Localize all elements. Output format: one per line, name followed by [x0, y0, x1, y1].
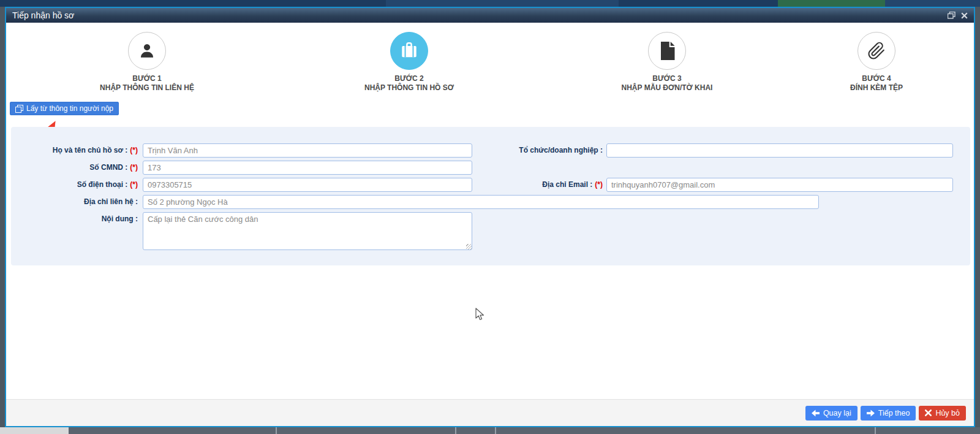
background-segment	[386, 0, 619, 7]
step-4-circle	[858, 32, 895, 70]
close-icon[interactable]	[961, 12, 968, 19]
back-arrow-icon	[812, 409, 820, 417]
step-2-circle	[390, 32, 428, 70]
cancel-button[interactable]: Hủy bỏ	[919, 406, 966, 421]
copy-icon	[15, 105, 23, 113]
dossier-info-form: Họ và tên chủ hồ sơ :(*) Tổ chức/doanh n…	[11, 127, 970, 265]
step-number: BƯỚC 2	[311, 74, 507, 83]
background-divider	[495, 427, 496, 434]
step-label: NHẬP THÔNG TIN HỒ SƠ	[311, 83, 507, 93]
step-3-circle	[648, 32, 686, 70]
receive-dossier-dialog: Tiếp nhận hồ sơ BƯỚC 1 NHẬP THÔNG TIN LI…	[5, 7, 975, 427]
dialog-footer: Quay lại Tiếp theo Hủy bỏ	[6, 399, 974, 426]
email-input[interactable]	[606, 178, 953, 192]
background-divider	[276, 427, 277, 434]
content-label: Nội dung :	[11, 212, 138, 226]
owner-name-label: Họ và tên chủ hồ sơ :(*)	[11, 143, 138, 158]
required-mark: (*)	[130, 163, 138, 172]
copy-from-submitter-button[interactable]: Lấy từ thông tin người nộp	[10, 102, 119, 115]
next-arrow-icon	[867, 409, 875, 417]
background-divider	[875, 427, 876, 434]
background-divider	[455, 427, 456, 434]
dialog-title: Tiếp nhận hồ sơ	[12, 10, 74, 20]
owner-name-input[interactable]	[143, 143, 472, 158]
cancel-x-icon	[925, 409, 932, 416]
background-segment	[885, 0, 980, 7]
step-3-form-declaration[interactable]: BƯỚC 3 NHẬP MẪU ĐƠN/TỜ KHAI	[569, 32, 765, 93]
id-number-label: Số CMND :(*)	[11, 161, 138, 175]
step-label: NHẬP THÔNG TIN LIÊN HỆ	[49, 83, 245, 93]
next-button[interactable]: Tiếp theo	[861, 406, 916, 421]
back-button[interactable]: Quay lại	[805, 406, 858, 421]
paperclip-icon	[867, 42, 886, 60]
dialog-titlebar: Tiếp nhận hồ sơ	[6, 8, 974, 23]
step-label: ĐÍNH KÈM TỆP	[778, 83, 974, 93]
copy-from-submitter-label: Lấy từ thông tin người nộp	[26, 104, 113, 113]
email-label: Địa chỉ Email :(*)	[434, 178, 603, 192]
step-1-contact-info[interactable]: BƯỚC 1 NHẬP THÔNG TIN LIÊN HỆ	[49, 32, 245, 93]
step-number: BƯỚC 3	[569, 74, 765, 83]
id-number-input[interactable]	[143, 161, 472, 175]
textarea-resize-grip[interactable]	[466, 244, 472, 249]
step-4-attachments[interactable]: BƯỚC 4 ĐÍNH KÈM TỆP	[778, 32, 974, 93]
document-icon	[659, 42, 675, 60]
required-mark: (*)	[130, 180, 138, 189]
step-2-dossier-info[interactable]: BƯỚC 2 NHẬP THÔNG TIN HỒ SƠ	[311, 32, 507, 93]
required-mark: (*)	[130, 146, 138, 154]
organization-label: Tổ chức/doanh nghiệp :	[434, 143, 603, 158]
background-segment	[0, 427, 69, 434]
background-table-strip	[0, 427, 980, 434]
phone-label: Số điện thoại :(*)	[11, 178, 138, 192]
step-number: BƯỚC 1	[49, 74, 245, 83]
step-label: NHẬP MẪU ĐƠN/TỜ KHAI	[569, 83, 765, 93]
briefcase-icon	[399, 41, 419, 61]
person-icon	[138, 42, 156, 60]
content-textarea[interactable]: Cấp lại thẻ Căn cước công dân	[143, 212, 472, 250]
organization-input[interactable]	[606, 143, 953, 158]
step-number: BƯỚC 4	[778, 74, 974, 83]
background-top-strip	[0, 0, 980, 7]
required-mark: (*)	[595, 180, 603, 189]
restore-icon[interactable]	[948, 12, 956, 19]
background-segment	[778, 0, 885, 7]
phone-input[interactable]	[143, 178, 472, 192]
contact-address-input[interactable]	[143, 195, 819, 209]
contact-address-label: Địa chỉ liên hệ :	[11, 195, 138, 209]
step-1-circle	[128, 32, 166, 70]
